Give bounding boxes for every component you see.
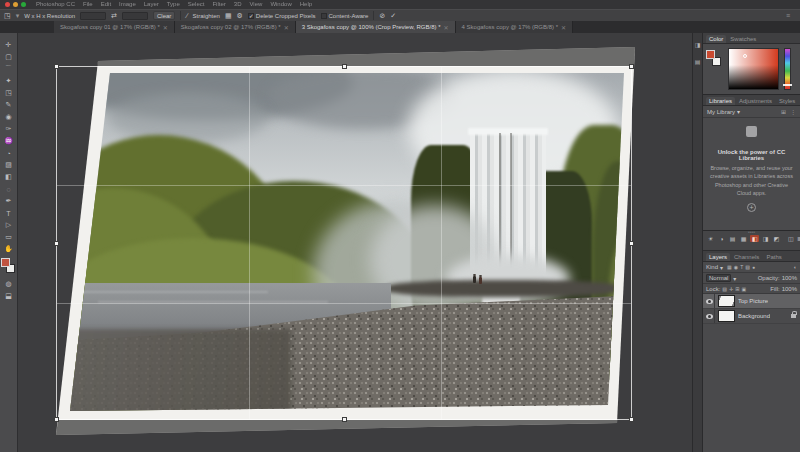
history-brush-tool[interactable]: ◔ xyxy=(2,147,16,159)
visibility-toggle[interactable] xyxy=(705,294,715,308)
menu-item-photoshop-cc[interactable]: Photoshop CC xyxy=(36,1,75,7)
quick-mask-toggle[interactable]: ◍ xyxy=(2,278,16,290)
type-tool[interactable]: T xyxy=(2,207,16,219)
lasso-tool[interactable]: ⌒ xyxy=(2,63,16,75)
eraser-tool[interactable]: ▨ xyxy=(2,159,16,171)
swap-dimensions-icon[interactable]: ⇄ xyxy=(111,12,117,19)
kind-dropdown[interactable]: Kind xyxy=(706,264,718,270)
menu-item-file[interactable]: File xyxy=(83,1,93,7)
adjustment-icon[interactable]: ◧ xyxy=(750,235,759,242)
tab-adjustments[interactable]: Adjustments xyxy=(736,97,775,105)
filter-icon[interactable]: T xyxy=(740,264,743,270)
tab-close-icon[interactable]: ✕ xyxy=(163,24,168,31)
screen-mode-toggle[interactable]: ⬓ xyxy=(2,290,16,302)
adjustment-icon[interactable]: ◩ xyxy=(772,235,781,242)
crop-handle-top[interactable] xyxy=(342,64,347,69)
menu-item-layer[interactable]: Layer xyxy=(144,1,159,7)
tab-color[interactable]: Color xyxy=(706,35,726,43)
window-close-button[interactable] xyxy=(5,2,10,7)
layer-thumbnail[interactable] xyxy=(718,295,735,307)
window-zoom-button[interactable] xyxy=(21,2,26,7)
crop-settings-gear-icon[interactable]: ⚙ xyxy=(237,12,243,19)
pen-tool[interactable]: ✒ xyxy=(2,195,16,207)
menu-item-edit[interactable]: Edit xyxy=(101,1,111,7)
overlay-options-icon[interactable]: ▦ xyxy=(225,12,232,19)
layer-thumbnail[interactable] xyxy=(718,310,735,322)
menu-item-3d[interactable]: 3D xyxy=(234,1,242,7)
document-tab[interactable]: Skogafoss copy 02 @ 17% (RGB/8) *✕ xyxy=(175,21,296,33)
panel-color-swatches[interactable] xyxy=(706,50,724,68)
visibility-toggle[interactable] xyxy=(705,309,715,323)
blur-tool[interactable]: ◌ xyxy=(2,183,16,195)
crop-handle-bottom-left[interactable] xyxy=(54,417,59,422)
lock-icon[interactable]: ▨ xyxy=(722,286,727,292)
magic-wand-tool[interactable]: ✦ xyxy=(2,75,16,87)
marquee-tool[interactable]: ▢ xyxy=(2,51,16,63)
hand-tool[interactable]: ✋ xyxy=(2,243,16,255)
menu-item-select[interactable]: Select xyxy=(188,1,205,7)
canvas-area[interactable] xyxy=(18,33,692,452)
menu-item-help[interactable]: Help xyxy=(300,1,312,7)
clear-button[interactable]: Clear xyxy=(153,11,175,20)
menu-item-filter[interactable]: Filter xyxy=(212,1,225,7)
tab-paths[interactable]: Paths xyxy=(763,253,784,261)
menu-item-window[interactable]: Window xyxy=(270,1,291,7)
opacity-value[interactable]: 100% xyxy=(782,275,797,281)
blend-mode-dropdown[interactable]: Normal xyxy=(706,274,731,282)
lock-icon[interactable]: ⊞ xyxy=(735,286,739,292)
layer-row[interactable]: Background xyxy=(703,309,800,324)
crop-handle-top-left[interactable] xyxy=(54,64,59,69)
brush-tool[interactable]: ✑ xyxy=(2,123,16,135)
menu-item-image[interactable]: Image xyxy=(119,1,136,7)
layer-row[interactable]: Top Picture xyxy=(703,294,800,309)
menu-item-type[interactable]: Type xyxy=(167,1,180,7)
window-minimize-button[interactable] xyxy=(13,2,18,7)
tab-styles[interactable]: Styles xyxy=(776,97,798,105)
path-select-tool[interactable]: ▷ xyxy=(2,219,16,231)
layer-name[interactable]: Top Picture xyxy=(738,298,768,304)
shape-tool[interactable]: ▭ xyxy=(2,231,16,243)
adjustment-icon[interactable]: ▦ xyxy=(739,235,748,242)
tab-channels[interactable]: Channels xyxy=(731,253,762,261)
filter-icon[interactable]: ● xyxy=(752,264,755,270)
crop-handle-bottom-right[interactable] xyxy=(629,417,634,422)
tab-close-icon[interactable]: ✕ xyxy=(561,24,566,31)
library-header-icon[interactable]: ⋮ xyxy=(790,108,796,115)
color-picker-marker[interactable] xyxy=(743,54,747,58)
hue-slider-marker[interactable] xyxy=(783,84,792,86)
tab-close-icon[interactable]: ✕ xyxy=(444,24,449,31)
document-tab[interactable]: Skogafoss copy 01 @ 17% (RGB/8) *✕ xyxy=(54,21,175,33)
layer-name[interactable]: Background xyxy=(738,313,770,319)
dock-toggle-icon[interactable]: ≡ xyxy=(786,12,790,19)
filter-toggle-icon[interactable]: ◐ xyxy=(794,264,797,270)
adjustment-icon[interactable]: ☀ xyxy=(706,235,715,242)
history-panel-icon[interactable]: ◨ xyxy=(695,41,701,48)
foreground-background-swatches[interactable] xyxy=(1,258,17,275)
tab-layers[interactable]: Layers xyxy=(706,253,730,261)
filter-icon[interactable]: ▦ xyxy=(727,264,732,270)
adjustment-icon[interactable]: ▤ xyxy=(728,235,737,242)
crop-width-field[interactable] xyxy=(80,12,106,20)
crop-height-field[interactable] xyxy=(122,12,148,20)
crop-handle-right[interactable] xyxy=(629,241,634,246)
commit-crop-icon[interactable]: ✓ xyxy=(390,12,396,19)
document-tab[interactable]: 3 Skogafoss copy @ 100% (Crop Preview, R… xyxy=(296,21,456,33)
straighten-icon[interactable]: ∕ xyxy=(186,12,187,19)
crop-preset-dropdown[interactable]: W x H x Resolution xyxy=(24,13,75,19)
crop-tool[interactable]: ◳ xyxy=(2,87,16,99)
tab-swatches[interactable]: Swatches xyxy=(727,35,759,43)
properties-panel-icon[interactable]: ▤ xyxy=(695,58,701,65)
clone-stamp-tool[interactable]: ♒ xyxy=(2,135,16,147)
crop-handle-bottom[interactable] xyxy=(342,417,347,422)
eyedropper-tool[interactable]: ✎ xyxy=(2,99,16,111)
adjustment-icon[interactable]: ◨ xyxy=(761,235,770,242)
cancel-crop-icon[interactable]: ⊘ xyxy=(379,12,385,19)
document-tab[interactable]: 4 Skogafoss copy @ 17% (RGB/8) *✕ xyxy=(456,21,574,33)
adjustment-icon[interactable]: ◑ xyxy=(717,236,726,242)
crop-tool-icon[interactable]: ◳ xyxy=(4,12,11,19)
saturation-brightness-picker[interactable] xyxy=(728,48,779,90)
tab-libraries[interactable]: Libraries xyxy=(706,97,735,105)
foreground-color-swatch[interactable] xyxy=(1,258,10,267)
healing-brush-tool[interactable]: ◉ xyxy=(2,111,16,123)
filter-icon[interactable]: ▨ xyxy=(745,264,750,270)
